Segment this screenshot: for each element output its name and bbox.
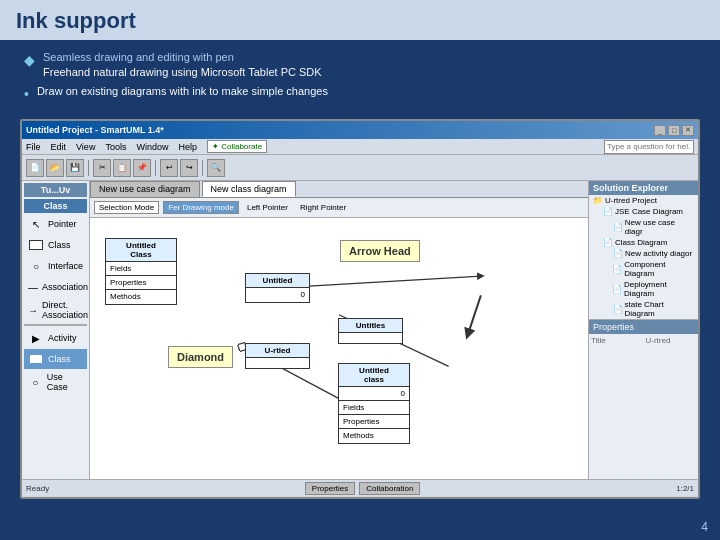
bullet-item-1: ◆ Seamless drawing and editing with pen …: [24, 50, 696, 81]
tool-interface-label: Interface: [48, 261, 83, 271]
tool-association[interactable]: — Association: [24, 277, 87, 297]
uml-class-1-props: Properties: [106, 276, 176, 290]
props-content: Title U-rtred: [589, 334, 698, 347]
page-info: 1:2/1: [676, 484, 694, 493]
window-title: Untitled Project - SmartUML 1.4*: [26, 125, 164, 135]
window-titlebar: Untitled Project - SmartUML 1.4* _ □ ✕: [22, 121, 698, 139]
tool-class[interactable]: Class: [24, 235, 87, 255]
toolbar-redo[interactable]: ↪: [180, 159, 198, 177]
props-value: U-rtred: [646, 336, 697, 345]
deployment-icon: 📄: [612, 285, 622, 294]
right-pointer-label: Right Pointer: [300, 203, 346, 212]
interface-icon: ○: [28, 258, 44, 274]
tool-direct-assoc[interactable]: → Direct. Association: [24, 298, 87, 322]
tool-class2-label: Class: [48, 354, 71, 364]
component-icon: 📄: [612, 265, 622, 274]
menu-tools[interactable]: Tools: [105, 142, 126, 152]
class-diag-icon: 📄: [603, 238, 613, 247]
props-title: Properties: [589, 320, 698, 334]
activity-icon: ▶: [28, 330, 44, 346]
usecase-icon: ○: [28, 374, 43, 390]
new-usecase-icon: 📄: [613, 223, 623, 232]
tree-item-new-usecase[interactable]: 📄 New use case diagr: [589, 217, 698, 237]
tab-classdiag[interactable]: New class diagram: [202, 181, 296, 197]
class-icon: [28, 237, 44, 253]
app-window: Untitled Project - SmartUML 1.4* _ □ ✕ F…: [20, 119, 700, 499]
class2-icon: [28, 351, 44, 367]
collaborate-button[interactable]: ✦ Collaborate: [207, 140, 267, 153]
tree-item-usecase-diag[interactable]: 📄 JSE Case Diagram: [589, 206, 698, 217]
uml-class-4-name: Untitledclass: [339, 364, 409, 387]
menu-file[interactable]: File: [26, 142, 41, 152]
title-bar: Ink support: [0, 0, 720, 40]
uml-class-1[interactable]: UntitledClass Fields Properties Methods: [105, 238, 177, 305]
uml-class-5-name: Untitles: [339, 319, 402, 333]
toolbar-zoom[interactable]: 🔍: [207, 159, 225, 177]
tool-pointer-label: Pointer: [48, 219, 77, 229]
uml-class-1-name: UntitledClass: [106, 239, 176, 262]
window-controls: _ □ ✕: [654, 125, 694, 136]
menu-edit[interactable]: Edit: [51, 142, 67, 152]
solution-explorer-title: Solution Explorer: [589, 181, 698, 195]
props-col-title: Title: [591, 336, 642, 345]
statechart-icon: 📄: [613, 305, 623, 314]
pointer-icon: ↖: [28, 216, 44, 232]
diagram-canvas[interactable]: UntitledClass Fields Properties Methods …: [90, 218, 588, 476]
association-icon: —: [28, 279, 38, 295]
uml-class-4-zero: 0: [339, 387, 409, 401]
tree-deployment-label: Deployment Diagram: [624, 280, 694, 298]
toolbar-copy[interactable]: 📋: [113, 159, 131, 177]
uml-class-5[interactable]: Untitles: [338, 318, 403, 344]
tool-class-label: Class: [48, 240, 71, 250]
tree-usecase-diag-label: JSE Case Diagram: [615, 207, 683, 216]
tool-association-label: Association: [42, 282, 88, 292]
tool-usecase[interactable]: ○ Use Case: [24, 370, 87, 394]
tree-item-class-diag[interactable]: 📄 Class Diagram: [589, 237, 698, 248]
status-buttons: Properties Collaboration: [305, 482, 421, 495]
tree-item-project[interactable]: 📁 U-rtred Project: [589, 195, 698, 206]
selection-mode-btn[interactable]: Selection Mode: [94, 201, 159, 214]
tree-statechart-label: state Chart Diagram: [625, 300, 694, 318]
toolbar-sep-1: [88, 160, 89, 176]
toolbar-save[interactable]: 💾: [66, 159, 84, 177]
props-label-title: Title: [591, 336, 642, 345]
tool-usecase-label: Use Case: [47, 372, 83, 392]
toolbar-sep-2: [155, 160, 156, 176]
uml-class-2-name: Untitled: [246, 274, 309, 288]
uml-class-5-body: [339, 333, 402, 343]
uml-class-3[interactable]: U-rtled: [245, 343, 310, 369]
tree-item-deployment[interactable]: 📄 Deployment Diagram: [589, 279, 698, 299]
toolbar-cut[interactable]: ✂: [93, 159, 111, 177]
uml-class-2-body: 0: [246, 288, 309, 302]
diagram-tabs: New use case diagram New class diagram: [90, 181, 588, 198]
tree-item-activity[interactable]: 📄 New activity diagor: [589, 248, 698, 259]
toolbar-undo[interactable]: ↩: [160, 159, 178, 177]
menu-window[interactable]: Window: [136, 142, 168, 152]
close-button[interactable]: ✕: [682, 125, 694, 136]
properties-status-btn[interactable]: Properties: [305, 482, 355, 495]
tree-item-statechart[interactable]: 📄 state Chart Diagram: [589, 299, 698, 319]
uml-class-2[interactable]: Untitled 0: [245, 273, 310, 303]
bullet-icon-1: ◆: [24, 51, 35, 71]
bullets-area: ◆ Seamless drawing and editing with pen …: [0, 40, 720, 115]
tool-class2[interactable]: Class: [24, 349, 87, 369]
main-toolbar: 📄 📂 💾 ✂ 📋 📌 ↩ ↪ 🔍: [22, 155, 698, 181]
tool-interface[interactable]: ○ Interface: [24, 256, 87, 276]
tool-pointer[interactable]: ↖ Pointer: [24, 214, 87, 234]
maximize-button[interactable]: □: [668, 125, 680, 136]
toolbar-open[interactable]: 📂: [46, 159, 64, 177]
tab-usecase[interactable]: New use case diagram: [90, 181, 200, 197]
tool-activity[interactable]: ▶ Activity: [24, 328, 87, 348]
diagram-toolbar: Selection Mode Fer Drawing mode Left Poi…: [90, 198, 588, 218]
uml-class-4[interactable]: Untitledclass 0 Fields Properties Method…: [338, 363, 410, 444]
tree-item-component[interactable]: 📄 Component Diagram: [589, 259, 698, 279]
collaboration-status-btn[interactable]: Collaboration: [359, 482, 420, 495]
tool-direct-assoc-label: Direct. Association: [42, 300, 88, 320]
menu-help[interactable]: Help: [178, 142, 197, 152]
menu-view[interactable]: View: [76, 142, 95, 152]
minimize-button[interactable]: _: [654, 125, 666, 136]
drawing-mode-btn[interactable]: Fer Drawing mode: [163, 201, 239, 214]
toolbar-new[interactable]: 📄: [26, 159, 44, 177]
search-input[interactable]: [604, 140, 694, 154]
toolbar-paste[interactable]: 📌: [133, 159, 151, 177]
